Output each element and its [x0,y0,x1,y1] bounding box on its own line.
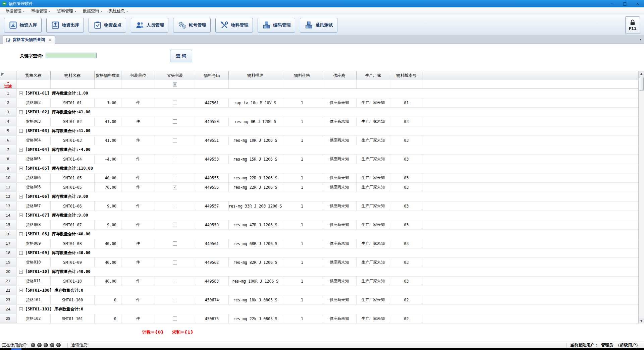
cell-code[interactable]: 449563 [195,277,229,286]
cell-desc[interactable]: res-mg 15R J 1206 S [229,155,282,164]
cell-shelf[interactable]: 货格102 [16,314,51,323]
cell-version[interactable]: 03 [390,155,423,164]
odd-pack-checkbox[interactable] [173,101,177,105]
collapse-toggle[interactable]: − [19,110,23,114]
column-header-0[interactable]: 货格名称 [16,71,51,80]
cell-shelf[interactable]: 货格007 [16,201,51,211]
table-row[interactable]: 15货格008SMT01-079.00件449559res-mg 47R J 1… [0,220,638,230]
cell-code[interactable]: 449550 [195,117,229,126]
group-row[interactable]: 12−[SMT01-06] 库存数量合计:9.00 [0,192,638,201]
column-header-6[interactable]: 物料描述 [229,71,282,80]
collapse-toggle[interactable]: − [19,195,23,198]
cell-odd_pack[interactable] [155,117,195,126]
cell-qty[interactable]: 40.00 [95,173,121,182]
comm-test-button[interactable]: 通讯测试 [300,18,337,33]
material-management-button[interactable]: 物料管理 [215,18,253,33]
scroll-up-button[interactable]: ▲ [639,71,644,76]
cell-manufacturer[interactable]: 生产厂家未知 [357,155,390,164]
cell-price[interactable]: 1 [282,258,322,267]
menu-item-data-query[interactable]: 数据查询▾ [79,7,105,15]
odd-pack-checkbox[interactable] [173,241,177,246]
cell-odd_pack[interactable]: ✓ [155,183,195,192]
group-row[interactable]: 20−[SMT01-10] 库存数量合计:40.00 [0,267,638,277]
menu-item-data-management[interactable]: 资料管理▾ [54,7,79,15]
cell-manufacturer[interactable]: 生产厂家未知 [357,117,390,126]
filter-row-header[interactable]: →过滤 [0,80,16,89]
cell-price[interactable]: 1 [282,314,322,323]
cell-unit[interactable]: 件 [121,98,155,107]
cell-material[interactable]: SMT01-09 [51,258,95,267]
cell-shelf[interactable]: 货格010 [16,258,51,267]
cell-odd_pack[interactable] [155,155,195,164]
cell-shelf[interactable]: 货格006 [16,173,51,182]
cell-shelf[interactable]: 货格004 [16,136,51,145]
tab-shelf-odd-material-query[interactable]: 货格零头物料查询 × [3,36,55,44]
collapse-toggle[interactable]: − [19,92,23,95]
column-header-3[interactable]: 包装单位 [121,71,155,80]
cell-code[interactable]: 449559 [195,220,229,229]
odd-pack-checkbox[interactable] [173,157,177,161]
scroll-down-button[interactable]: ▼ [639,318,644,324]
cell-material[interactable]: SMT01-100 [51,295,95,304]
table-row[interactable]: 23货格101SMT01-1000件450674res-mg 18k J 080… [0,295,638,305]
cell-qty[interactable]: 41.00 [95,136,121,145]
cell-shelf[interactable]: 货格009 [16,239,51,248]
cell-shelf[interactable]: 货格003 [16,117,51,126]
cell-odd_pack[interactable] [155,136,195,145]
column-header-2[interactable]: 货格物料数量 [95,71,121,80]
group-row[interactable]: 7−[SMT01-04] 库存数量合计:-4.00 [0,145,638,155]
cell-material[interactable]: SMT01-04 [51,155,95,164]
cell-desc[interactable]: res-mg 22R J 1206 S [229,173,282,182]
cell-material[interactable]: SMT01-01 [51,98,95,107]
cell-shelf[interactable]: 货格002 [16,98,51,107]
select-all-corner[interactable] [0,71,16,80]
cell-manufacturer[interactable]: 生产厂家未知 [357,295,390,304]
cell-code[interactable]: 450675 [195,314,229,323]
cell-manufacturer[interactable]: 生产厂家未知 [357,201,390,211]
collapse-toggle[interactable]: − [19,167,23,170]
menu-item-audit-management[interactable]: 审核管理▾ [28,7,54,15]
query-button[interactable]: 查 询 [170,50,192,62]
collapse-toggle[interactable]: − [19,232,23,236]
cell-desc[interactable]: res-mg 47R J 1206 S [229,220,282,229]
filter-odd-pack-checkbox[interactable] [173,82,177,86]
cell-unit[interactable]: 件 [121,173,155,182]
cell-supplier[interactable]: 供应商未知 [322,155,357,164]
filter-cell-4[interactable] [155,80,195,89]
cell-odd_pack[interactable] [155,314,195,323]
cell-material[interactable]: SMT01-08 [51,239,95,248]
cell-price[interactable]: 1 [282,173,322,182]
cell-code[interactable]: 449562 [195,258,229,267]
cell-unit[interactable]: 件 [121,314,155,323]
cell-manufacturer[interactable]: 生产厂家未知 [357,220,390,229]
cell-unit[interactable]: 件 [121,183,155,192]
table-row[interactable]: 25货格102SMT01-1010件450675res-mg 22k J 080… [0,314,638,324]
cell-supplier[interactable]: 供应商未知 [322,295,357,304]
filter-cell-10[interactable] [390,80,423,89]
cell-manufacturer[interactable]: 生产厂家未知 [357,173,390,182]
cell-odd_pack[interactable] [155,98,195,107]
cell-unit[interactable]: 件 [121,295,155,304]
material-inbound-button[interactable]: 物资入库 [4,18,42,33]
tab-list-button[interactable]: ▾ [640,38,641,41]
column-header-9[interactable]: 生产厂家 [357,71,390,80]
cell-price[interactable]: 1 [282,98,322,107]
cell-price[interactable]: 1 [282,277,322,286]
cell-price[interactable]: 1 [282,295,322,304]
cell-code[interactable]: 449555 [195,183,229,192]
cell-version[interactable]: 03 [390,220,423,229]
group-row[interactable]: 24−[SMT01-101] 库存数量合计:0 [0,305,638,314]
cell-qty[interactable]: 40.00 [95,258,121,267]
odd-pack-checkbox[interactable] [173,176,177,180]
cell-material[interactable]: SMT01-05 [51,173,95,182]
cell-supplier[interactable]: 供应商未知 [322,136,357,145]
cell-manufacturer[interactable]: 生产厂家未知 [357,183,390,192]
cell-price[interactable]: 1 [282,201,322,211]
maximize-button[interactable]: □ [619,0,631,7]
cell-supplier[interactable]: 供应商未知 [322,183,357,192]
cell-manufacturer[interactable]: 生产厂家未知 [357,98,390,107]
cell-price[interactable]: 1 [282,183,322,192]
cell-desc[interactable]: res-mg 68R J 1206 S [229,239,282,248]
cell-shelf[interactable]: 货格011 [16,277,51,286]
cell-material[interactable]: SMT01-05 [51,183,95,192]
